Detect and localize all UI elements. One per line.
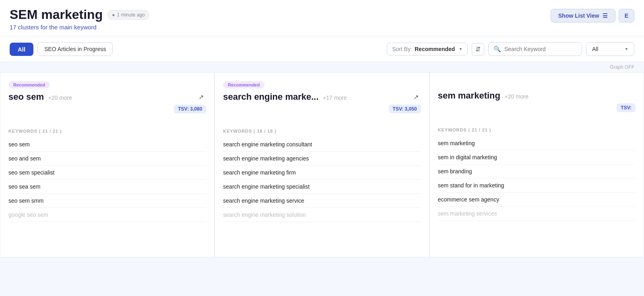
keyword-item: search engine marketing agencies: [223, 152, 421, 166]
keyword-item: search engine marketing service: [223, 194, 421, 208]
card-2-tsv: TSV: 3,050: [389, 105, 421, 113]
graph-off-label: Graph OFF: [610, 64, 634, 70]
keyword-item: sem marketing services: [438, 207, 636, 221]
keyword-item: seo sem specialist: [8, 166, 206, 180]
page-title-row: SEM marketing ● 1 minute ago: [10, 7, 149, 22]
card-3-title-wrap: sem marketing +20 more: [438, 90, 528, 101]
card-2: Recommended search engine marke... +17 m…: [215, 72, 429, 257]
timestamp-text: 1 minute ago: [117, 12, 144, 18]
keyword-item: sem branding: [438, 164, 636, 179]
keyword-item: seo sea sem: [8, 180, 206, 194]
header-actions: Show List View ☰ E: [551, 9, 634, 23]
keyword-item: google seo sem: [8, 208, 206, 222]
timestamp-badge: ● 1 minute ago: [107, 10, 149, 20]
card-1: Recommended seo sem +20 more ↗ TSV: 3,08…: [0, 72, 215, 257]
card-3-title-row: sem marketing +20 more: [438, 90, 636, 101]
card-3-title: sem marketing: [438, 90, 500, 101]
keyword-item: search engine marketing specialist: [223, 180, 421, 194]
card-2-title-wrap: search engine marke... +17 more: [223, 92, 347, 102]
card-3-more: +20 more: [504, 93, 528, 100]
keyword-item: ecommerce sem agency: [438, 193, 636, 207]
page-title: SEM marketing: [10, 7, 103, 22]
card-1-title-row: seo sem +20 more ↗: [8, 92, 206, 102]
sort-order-icon: ⇵: [475, 46, 481, 53]
keyword-item: sem in digital marketing: [438, 150, 636, 164]
sort-by-group: Sort By: Recommended Volume Difficulty ▼: [387, 43, 468, 56]
card-3-keywords: sem marketing sem in digital marketing s…: [438, 136, 636, 221]
card-2-badge: Recommended: [223, 81, 421, 92]
keyword-item: seo sem: [8, 138, 206, 152]
cards-container: Recommended seo sem +20 more ↗ TSV: 3,08…: [0, 72, 644, 257]
expand-icon-2[interactable]: ↗: [411, 92, 421, 102]
card-1-tsv-row: TSV: 3,080: [8, 105, 206, 117]
filter-select-container: All Published Draft ▼: [592, 45, 628, 53]
card-3-badge-spacer: [438, 81, 636, 90]
search-box: 🔍: [488, 42, 582, 56]
search-icon: 🔍: [493, 45, 501, 53]
recommended-badge-1: Recommended: [8, 81, 50, 88]
search-input[interactable]: [504, 46, 577, 52]
keyword-item: search engine marketing firm: [223, 166, 421, 180]
extra-button[interactable]: E: [619, 9, 634, 23]
toolbar: All SEO Articles in Progress Sort By: Re…: [0, 37, 644, 62]
card-2-more: +17 more: [323, 95, 347, 101]
card-2-keywords-header: KEYWORDS ( 18 / 18 ): [223, 129, 421, 134]
list-view-icon: ☰: [603, 12, 608, 19]
keyword-item: sem stand for in marketing: [438, 179, 636, 193]
card-2-keywords: search engine marketing consultant searc…: [223, 138, 421, 222]
card-1-keywords-header: KEYWORDS ( 21 / 21 ): [8, 129, 206, 134]
card-3-tsv-row: TSV:: [438, 103, 636, 116]
card-2-title-row: search engine marke... +17 more ↗: [223, 92, 421, 102]
card-1-keywords: seo sem seo and sem seo sem specialist s…: [8, 138, 206, 222]
graph-off-bar: Graph OFF: [0, 62, 644, 72]
card-1-more: +20 more: [48, 95, 72, 101]
keyword-item: seo and sem: [8, 152, 206, 166]
sort-label: Sort By:: [392, 46, 412, 52]
card-3-tsv: TSV:: [617, 103, 636, 112]
sort-order-button[interactable]: ⇵: [472, 43, 484, 56]
keyword-item: sem marketing: [438, 136, 636, 150]
list-view-label: Show List View: [558, 12, 599, 19]
card-3-keywords-header: KEYWORDS ( 21 / 21 ): [438, 127, 636, 132]
card-3: sem marketing +20 more TSV: KEYWORDS ( 2…: [429, 72, 644, 257]
card-1-title-wrap: seo sem +20 more: [8, 92, 72, 102]
keyword-item: search engine marketing consultant: [223, 138, 421, 152]
card-1-tsv: TSV: 3,080: [174, 105, 206, 113]
sort-select[interactable]: Recommended Volume Difficulty: [415, 46, 462, 52]
expand-icon-1[interactable]: ↗: [196, 92, 206, 102]
recommended-badge-2: Recommended: [223, 81, 264, 88]
list-view-button[interactable]: Show List View ☰: [551, 9, 615, 23]
cluster-count: 17 clusters for the main keyword: [10, 24, 149, 31]
header-left: SEM marketing ● 1 minute ago 17 clusters…: [10, 7, 149, 31]
keyword-item: search engine marketing solution: [223, 208, 421, 222]
filter-select[interactable]: All Published Draft: [592, 46, 628, 52]
tab-seo-articles[interactable]: SEO Articles in Progress: [37, 42, 113, 56]
clock-icon: ●: [112, 12, 115, 18]
page-header: SEM marketing ● 1 minute ago 17 clusters…: [0, 0, 644, 37]
card-1-title: seo sem: [8, 92, 44, 102]
card-1-badge: Recommended: [8, 81, 206, 92]
sort-select-wrap: Recommended Volume Difficulty ▼: [415, 46, 462, 52]
tab-all[interactable]: All: [10, 43, 33, 56]
keyword-item: seo sem smm: [8, 194, 206, 208]
card-2-title: search engine marke...: [223, 92, 318, 102]
card-2-tsv-row: TSV: 3,050: [223, 105, 421, 117]
filter-wrap: All Published Draft ▼: [586, 42, 634, 56]
